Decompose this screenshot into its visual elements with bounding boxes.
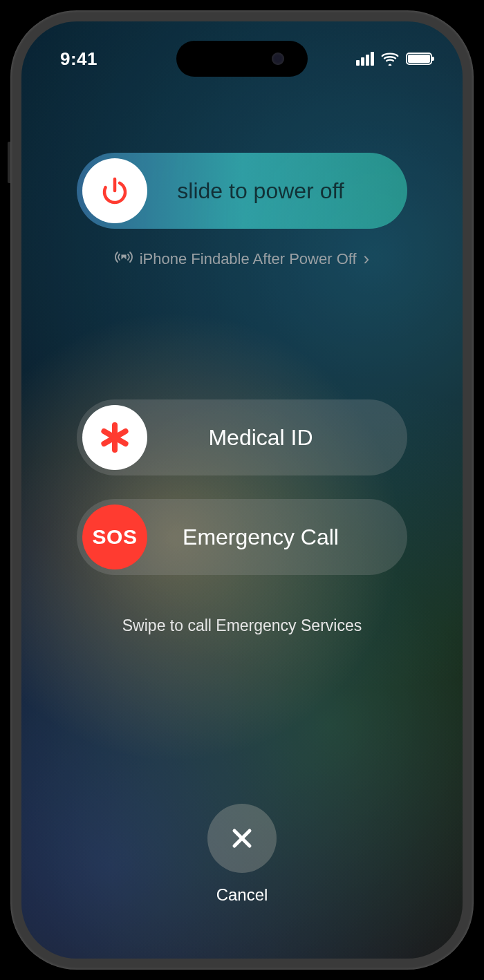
findable-text: iPhone Findable After Power Off (140, 250, 357, 268)
findmy-icon (115, 249, 133, 269)
emergency-call-label: Emergency Call (147, 525, 407, 550)
battery-icon (406, 53, 432, 65)
emergency-group: Medical ID SOS Emergency Call Swipe to c… (77, 399, 407, 635)
medical-id-slider[interactable]: Medical ID (77, 399, 407, 475)
emergency-call-knob[interactable]: SOS (82, 505, 147, 569)
emergency-hint: Swipe to call Emergency Services (122, 616, 362, 635)
close-icon (227, 824, 257, 853)
cancel-group: Cancel (207, 804, 277, 905)
power-icon (98, 174, 131, 207)
wifi-icon (381, 52, 399, 66)
cellular-icon (356, 52, 374, 66)
status-right (356, 52, 432, 66)
phone-frame: 9:41 (10, 10, 474, 970)
cancel-button[interactable] (207, 804, 277, 873)
cancel-label: Cancel (216, 885, 268, 905)
power-off-slider[interactable]: slide to power off (77, 153, 407, 229)
status-time: 9:41 (60, 48, 97, 70)
chevron-right-icon: › (364, 248, 370, 270)
emergency-call-slider[interactable]: SOS Emergency Call (77, 499, 407, 575)
medical-id-label: Medical ID (147, 425, 407, 451)
asterisk-icon (96, 419, 133, 456)
sos-icon: SOS (93, 525, 138, 549)
findable-link[interactable]: iPhone Findable After Power Off › (115, 248, 370, 270)
dynamic-island (176, 41, 308, 77)
power-off-label: slide to power off (147, 178, 407, 204)
screen: 9:41 (21, 21, 463, 959)
power-off-knob[interactable] (82, 158, 147, 223)
medical-id-knob[interactable] (82, 405, 147, 470)
content: slide to power off iPhone Findable After… (21, 21, 463, 959)
